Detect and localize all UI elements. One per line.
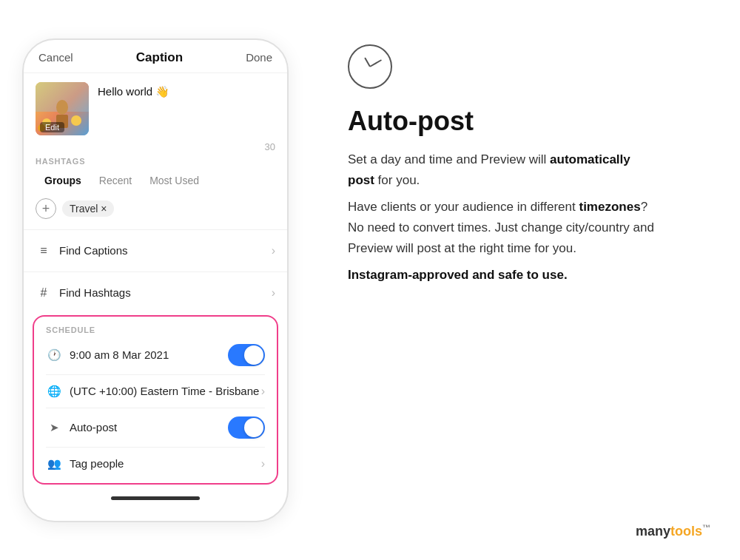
home-indicator xyxy=(111,496,200,500)
auto-post-bold: automatically post xyxy=(348,152,630,187)
tag-people-label: Tag people xyxy=(70,457,124,470)
chevron-right-icon-2: › xyxy=(272,286,275,300)
chevron-right-icon: › xyxy=(272,244,275,257)
clock-icon-large xyxy=(348,44,392,89)
brand-tm: ™ xyxy=(702,523,710,532)
brand-many: many xyxy=(636,524,670,539)
schedule-label: SCHEDULE xyxy=(34,320,277,336)
schedule-timezone: (UTC +10:00) Eastern Time - Brisbane xyxy=(70,385,259,397)
chevron-right-icon-3: › xyxy=(261,385,265,398)
divider-2 xyxy=(24,271,287,272)
clock-icon: 🕐 xyxy=(46,347,62,363)
schedule-timezone-row[interactable]: 🌐 (UTC +10:00) Eastern Time - Brisbane › xyxy=(34,375,277,408)
travel-chip[interactable]: Travel × xyxy=(62,200,114,217)
divider-1 xyxy=(24,229,287,230)
body-paragraph-2: Have clients or your audience in differe… xyxy=(348,197,659,259)
char-count: 30 xyxy=(24,141,287,152)
phone-header: Cancel Caption Done xyxy=(24,40,287,73)
find-hashtags-label: Find Hashtags xyxy=(59,286,131,299)
post-thumbnail[interactable]: Edit xyxy=(36,82,89,135)
hashtags-label: HASHTAGS xyxy=(24,152,287,169)
globe-icon: 🌐 xyxy=(46,383,62,399)
post-caption[interactable]: Hello world 👋 xyxy=(98,82,169,98)
phone-mockup: Cancel Caption Done xyxy=(22,38,289,522)
done-button[interactable]: Done xyxy=(246,51,272,64)
tab-most-used[interactable]: Most Used xyxy=(141,172,208,189)
timezones-bold: timezones xyxy=(579,200,640,214)
autopost-label: Auto-post xyxy=(70,421,117,434)
add-hashtag-group-button[interactable]: + xyxy=(36,198,56,219)
brand-tools: tools xyxy=(670,524,702,539)
list-icon: ≡ xyxy=(36,243,52,259)
schedule-box: SCHEDULE 🕐 9:00 am 8 Mar 2021 🌐 (UTC +10… xyxy=(33,315,278,485)
clock-face xyxy=(349,46,391,87)
chevron-right-icon-4: › xyxy=(261,457,265,470)
autopost-row[interactable]: ➤ Auto-post xyxy=(34,408,277,447)
toggle-knob xyxy=(244,345,263,365)
time-toggle[interactable] xyxy=(228,344,265,366)
left-panel: Cancel Caption Done xyxy=(0,0,311,560)
svg-point-5 xyxy=(71,115,81,126)
tag-people-row[interactable]: 👥 Tag people › xyxy=(34,448,277,480)
hashtag-tabs: Groups Recent Most Used xyxy=(24,169,287,195)
schedule-time: 9:00 am 8 Mar 2021 xyxy=(70,348,169,361)
send-icon: ➤ xyxy=(46,419,62,436)
find-captions-item[interactable]: ≡ Find Captions › xyxy=(24,233,287,269)
caption-title: Caption xyxy=(136,50,183,65)
hashtag-chips: + Travel × xyxy=(24,195,287,226)
body-paragraph-1: Set a day and time and Preview will auto… xyxy=(348,149,659,191)
hash-icon: # xyxy=(36,285,52,301)
section-body: Set a day and time and Preview will auto… xyxy=(348,149,659,286)
tab-recent[interactable]: Recent xyxy=(90,172,141,189)
schedule-time-row[interactable]: 🕐 9:00 am 8 Mar 2021 xyxy=(34,336,277,374)
brand-footer: manytools™ xyxy=(636,523,710,539)
section-title: Auto-post xyxy=(348,107,703,136)
right-panel: Auto-post Set a day and time and Preview… xyxy=(311,0,740,560)
find-captions-label: Find Captions xyxy=(59,244,128,257)
people-icon: 👥 xyxy=(46,456,62,472)
clock-min-hand xyxy=(370,59,383,67)
edit-badge[interactable]: Edit xyxy=(40,122,64,132)
approved-bold: Instagram-approved and safe to use. xyxy=(348,268,568,282)
autopost-toggle-knob xyxy=(244,418,263,437)
cancel-button[interactable]: Cancel xyxy=(38,51,73,64)
svg-point-2 xyxy=(56,100,68,115)
body-paragraph-3: Instagram-approved and safe to use. xyxy=(348,265,659,286)
post-preview: Edit Hello world 👋 xyxy=(24,73,287,144)
autopost-toggle[interactable] xyxy=(228,416,265,439)
find-hashtags-item[interactable]: # Find Hashtags › xyxy=(24,275,287,311)
tab-groups[interactable]: Groups xyxy=(36,172,90,189)
